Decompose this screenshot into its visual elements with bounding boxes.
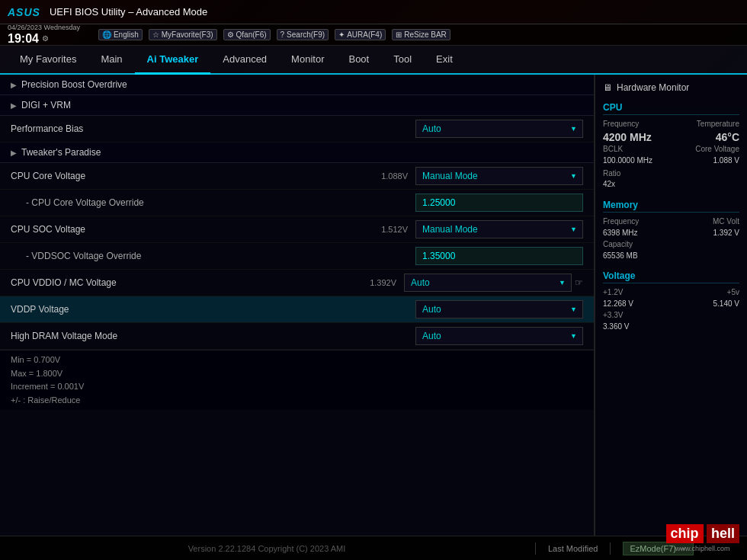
arrow-icon: ▶: [11, 81, 17, 89]
memory-section: Memory Frequency MC Volt 6398 MHz 1.392 …: [603, 200, 739, 260]
vddp-voltage-row: VDDP Voltage Auto Manual Mode: [0, 296, 594, 323]
top-bar: ASUS UEFI BIOS Utility – Advanced Mode: [0, 0, 747, 24]
myfavorite-btn[interactable]: ☆ MyFavorite(F3): [149, 29, 217, 40]
mem-mcvolt-value: 1.392 V: [713, 229, 739, 237]
qfan-btn[interactable]: ⚙ Qfan(F6): [223, 29, 271, 40]
nav-boot[interactable]: Boot: [336, 46, 381, 75]
performance-bias-label: Performance Bias: [11, 123, 370, 134]
nav-monitor[interactable]: Monitor: [279, 46, 336, 75]
tweakers-label: Tweaker's Paradise: [21, 147, 101, 158]
cpu-temp-label: Temperature: [697, 120, 739, 128]
volt-12-value: 12.268 V: [603, 299, 633, 308]
volt-vals-row: 12.268 V 5.140 V: [603, 299, 739, 308]
mem-cap-val-row: 65536 MB: [603, 251, 739, 260]
cpu-ratio: Ratio 42x: [603, 168, 739, 189]
mem-freq-row: Frequency MC Volt: [603, 217, 739, 226]
ratio-label: Ratio: [603, 169, 620, 178]
nav-main[interactable]: Main: [88, 46, 134, 75]
cpu-core-voltage-override-row: - CPU Core Voltage Override: [0, 190, 594, 216]
info-line-1: Min = 0.700V: [11, 354, 583, 367]
nav-ai-tweaker[interactable]: Ai Tweaker: [135, 46, 211, 75]
cpu-core-voltage-value: 1.088V: [370, 171, 408, 181]
cpu-values-row: 4200 MHz 46°C: [603, 131, 739, 143]
nav-tool[interactable]: Tool: [381, 46, 424, 75]
performance-bias-select[interactable]: Auto Manual: [415, 120, 583, 138]
resize-bar-btn[interactable]: ⊞ ReSize BAR: [392, 29, 450, 40]
volt-12-row: +1.2V +5v: [603, 288, 739, 296]
performance-bias-row: Performance Bias Auto Manual: [0, 116, 594, 142]
voltage-section-title: Voltage: [603, 270, 739, 283]
info-line-4: +/- : Raise/Reduce: [11, 394, 583, 408]
cpu-soc-voltage-row: CPU SOC Voltage 1.512V Auto Manual Mode …: [0, 216, 594, 243]
cpu-bclk-val-row: 100.0000 MHz 1.088 V: [603, 156, 739, 165]
info-text: Min = 0.700V Max = 1.800V Increment = 0.…: [11, 354, 583, 407]
cpu-vddio-select[interactable]: Auto Manual Mode: [404, 274, 572, 292]
cpu-core-override-input[interactable]: [415, 194, 583, 212]
cpu-corevolt-label: Core Voltage: [695, 145, 739, 153]
performance-bias-control[interactable]: Auto Manual: [415, 120, 583, 138]
status-bar: Version 2.22.1284 Copyright (C) 2023 AMI…: [0, 536, 747, 560]
cpu-bclk-label: BCLK: [603, 145, 623, 153]
mem-freq-value: 6398 MHz: [603, 229, 638, 237]
high-dram-select[interactable]: Auto Enabled Disabled: [415, 327, 583, 345]
cpu-temp-value: 46°C: [716, 131, 739, 143]
nav-exit[interactable]: Exit: [424, 46, 465, 75]
brand-url: www.chiphell.com: [666, 545, 739, 552]
brand-hell: hell: [707, 524, 739, 543]
mem-cap-row: Capacity: [603, 240, 739, 248]
settings-panel: ▶ Precision Boost Overdrive ▶ DIGI + VRM…: [0, 75, 595, 536]
high-dram-row: High DRAM Voltage Mode Auto Enabled Disa…: [0, 323, 594, 350]
vddsoc-override-label: - VDDSOC Voltage Override: [11, 251, 370, 261]
vddp-voltage-control[interactable]: Auto Manual Mode: [415, 300, 583, 318]
nav-my-favorites[interactable]: My Favorites: [8, 46, 88, 75]
precision-boost-section[interactable]: ▶ Precision Boost Overdrive: [0, 75, 594, 95]
tool-buttons: 🌐 English ☆ MyFavorite(F3) ⚙ Qfan(F6) ? …: [98, 29, 450, 40]
vddp-voltage-select[interactable]: Auto Manual Mode: [415, 300, 583, 318]
mem-vals-row: 6398 MHz 1.392 V: [603, 229, 739, 237]
mem-mcvolt-label: MC Volt: [713, 217, 739, 226]
cpu-vddio-value: 1.392V: [358, 278, 396, 287]
vddsoc-override-input[interactable]: [415, 247, 583, 265]
chiphell-brand: chip hell www.chiphell.com: [666, 524, 739, 552]
cpu-section: CPU Frequency Temperature 4200 MHz 46°C …: [603, 102, 739, 189]
cpu-freq-label: Frequency: [603, 120, 639, 128]
cpu-soc-voltage-select[interactable]: Auto Manual Mode Offset Mode: [415, 220, 583, 238]
hw-monitor-panel: 🖥 Hardware Monitor CPU Frequency Tempera…: [595, 75, 747, 536]
vddsoc-override-row: - VDDSOC Voltage Override: [0, 243, 594, 270]
high-dram-control[interactable]: Auto Enabled Disabled: [415, 327, 583, 345]
language-btn[interactable]: 🌐 English: [98, 29, 143, 40]
cpu-bclk-value: 100.0000 MHz: [603, 156, 652, 165]
volt-33-label: +3.3V: [603, 311, 623, 319]
precision-boost-label: Precision Boost Overdrive: [21, 79, 127, 90]
aura-btn[interactable]: ✦ AURA(F4): [335, 29, 386, 40]
nav-bar: My Favorites Main Ai Tweaker Advanced Mo…: [0, 46, 747, 75]
main-content: ▶ Precision Boost Overdrive ▶ DIGI + VRM…: [0, 75, 747, 536]
cpu-core-voltage-control[interactable]: Auto Manual Mode Offset Mode: [415, 167, 583, 185]
status-divider-2: [610, 542, 611, 555]
volt-33-value: 3.360 V: [603, 322, 629, 331]
cpu-core-voltage-label: CPU Core Voltage: [11, 171, 370, 181]
cpu-soc-voltage-control[interactable]: Auto Manual Mode Offset Mode: [415, 220, 583, 238]
cpu-core-override-label: - CPU Core Voltage Override: [11, 197, 370, 208]
mem-freq-label: Frequency: [603, 217, 639, 226]
bios-title: UEFI BIOS Utility – Advanced Mode: [50, 6, 207, 18]
voltage-section: Voltage +1.2V +5v 12.268 V 5.140 V +3.3V…: [603, 270, 739, 331]
cpu-vddio-row: CPU VDDIO / MC Voltage 1.392V Auto Manua…: [0, 270, 594, 296]
volt-5-label: +5v: [727, 288, 739, 296]
cpu-freq-row: Frequency Temperature: [603, 120, 739, 128]
tweakers-paradise-section[interactable]: ▶ Tweaker's Paradise: [0, 142, 594, 163]
nav-advanced[interactable]: Advanced: [210, 46, 279, 75]
cpu-core-voltage-select[interactable]: Auto Manual Mode Offset Mode: [415, 167, 583, 185]
vddp-voltage-label: VDDP Voltage: [11, 304, 370, 315]
volt-33-row: +3.3V: [603, 311, 739, 319]
cpu-vddio-control[interactable]: Auto Manual Mode: [404, 274, 572, 292]
monitor-icon: 🖥: [603, 82, 612, 93]
search-btn[interactable]: ? Search(F9): [277, 29, 329, 40]
info-line-3: Increment = 0.001V: [11, 380, 583, 394]
info-bar: Min = 0.700V Max = 1.800V Increment = 0.…: [0, 350, 594, 410]
second-bar: 04/26/2023 Wednesday 19:04 ⚙ 🌐 English ☆…: [0, 24, 747, 46]
hw-monitor-title: 🖥 Hardware Monitor: [603, 82, 739, 93]
volt-5-value: 5.140 V: [713, 299, 739, 308]
time-text: 19:04: [8, 32, 39, 46]
digi-vrm-section[interactable]: ▶ DIGI + VRM: [0, 95, 594, 116]
